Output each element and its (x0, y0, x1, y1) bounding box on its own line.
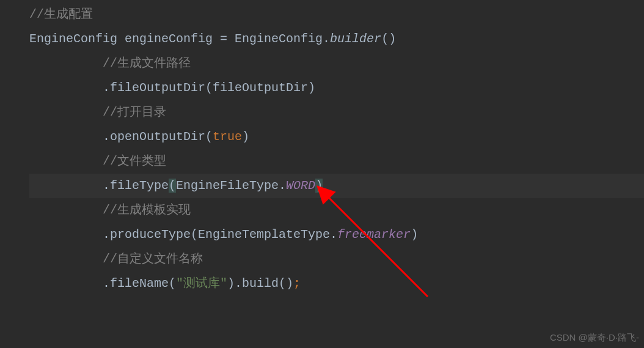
paren-match: ) (315, 179, 323, 193)
code-line[interactable]: //打开目录 (29, 100, 644, 125)
code-text: .fileType (103, 179, 169, 193)
code-line[interactable]: .fileName("测试库").build(); (29, 272, 644, 296)
code-editor[interactable]: //生成配置 EngineConfig engineConfig = Engin… (0, 2, 644, 296)
comment-text: //生成配置 (29, 7, 93, 21)
comment-text: //文件类型 (103, 154, 166, 168)
code-line[interactable]: .fileOutputDir(fileOutputDir) (29, 76, 644, 100)
code-text: .produceType(EngineTemplateType. (103, 228, 337, 242)
static-field: freemarker (337, 228, 411, 242)
string-literal: "测试库" (176, 276, 227, 291)
semicolon: ; (293, 276, 301, 291)
watermark: CSDN @蒙奇·D·路飞- (550, 329, 639, 346)
static-field: WORD (286, 179, 315, 193)
code-text: builder (330, 32, 381, 46)
code-line[interactable]: //生成文件路径 (29, 51, 644, 76)
code-text: .fileName( (103, 276, 176, 291)
comment-text: //自定义文件名称 (103, 252, 203, 266)
code-line-highlighted[interactable]: .fileType(EngineFileType.WORD) (29, 174, 644, 198)
code-text: ) (242, 130, 249, 144)
code-text: EngineConfig. (235, 32, 330, 46)
code-text: EngineFileType. (176, 179, 286, 193)
comment-text: //生成文件路径 (103, 56, 191, 70)
comment-text: //生成模板实现 (103, 203, 191, 217)
code-text: .openOutputDir( (103, 130, 213, 144)
code-text: ) (411, 228, 418, 242)
code-line[interactable]: EngineConfig engineConfig = EngineConfig… (29, 27, 644, 51)
code-line[interactable]: //自定义文件名称 (29, 247, 644, 272)
comment-text: //打开目录 (103, 105, 166, 119)
code-line[interactable]: //文件类型 (29, 149, 644, 174)
paren-match: ( (169, 179, 176, 193)
code-text: = (220, 32, 235, 46)
code-line[interactable]: .produceType(EngineTemplateType.freemark… (29, 223, 644, 247)
keyword-true: true (213, 130, 242, 144)
code-line[interactable]: .openOutputDir(true) (29, 125, 644, 149)
code-line[interactable]: //生成模板实现 (29, 198, 644, 223)
code-text: ).build() (227, 276, 293, 291)
code-line[interactable]: //生成配置 (29, 2, 644, 27)
code-text: EngineConfig engineConfig (29, 32, 220, 46)
code-text: () (381, 32, 396, 46)
code-text: .fileOutputDir(fileOutputDir) (103, 81, 315, 95)
